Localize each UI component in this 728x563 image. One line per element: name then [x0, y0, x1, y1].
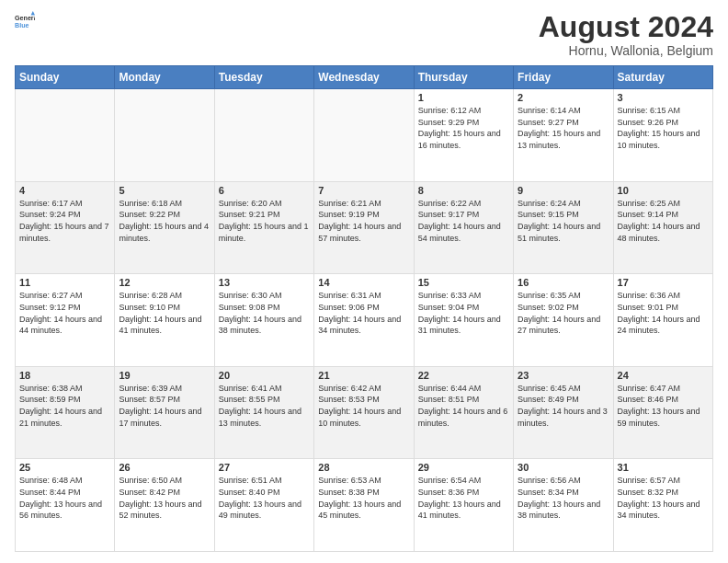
table-row	[115, 89, 214, 182]
day-number: 29	[418, 462, 509, 473]
table-row: 22Sunrise: 6:44 AM Sunset: 8:51 PM Dayli…	[414, 366, 513, 459]
day-info: Sunrise: 6:56 AM Sunset: 8:34 PM Dayligh…	[518, 475, 609, 521]
table-row: 19Sunrise: 6:39 AM Sunset: 8:57 PM Dayli…	[115, 366, 214, 459]
table-row: 1Sunrise: 6:12 AM Sunset: 9:29 PM Daylig…	[414, 89, 513, 182]
header: General Blue August 2024 Hornu, Wallonia…	[15, 11, 713, 58]
day-number: 19	[119, 370, 210, 381]
col-friday: Friday	[514, 66, 613, 89]
day-info: Sunrise: 6:50 AM Sunset: 8:42 PM Dayligh…	[119, 475, 210, 521]
col-thursday: Thursday	[414, 66, 513, 89]
table-row: 12Sunrise: 6:28 AM Sunset: 9:10 PM Dayli…	[115, 274, 214, 367]
day-info: Sunrise: 6:47 AM Sunset: 8:46 PM Dayligh…	[618, 383, 709, 429]
day-info: Sunrise: 6:36 AM Sunset: 9:01 PM Dayligh…	[618, 290, 709, 336]
calendar-week-5: 25Sunrise: 6:48 AM Sunset: 8:44 PM Dayli…	[16, 459, 713, 552]
table-row: 24Sunrise: 6:47 AM Sunset: 8:46 PM Dayli…	[613, 366, 712, 459]
col-wednesday: Wednesday	[314, 66, 414, 89]
table-row: 17Sunrise: 6:36 AM Sunset: 9:01 PM Dayli…	[613, 274, 712, 367]
day-number: 20	[219, 370, 310, 381]
day-number: 16	[518, 277, 609, 288]
table-row: 3Sunrise: 6:15 AM Sunset: 9:26 PM Daylig…	[613, 89, 712, 182]
col-saturday: Saturday	[613, 66, 712, 89]
day-info: Sunrise: 6:30 AM Sunset: 9:08 PM Dayligh…	[219, 290, 310, 336]
day-info: Sunrise: 6:17 AM Sunset: 9:24 PM Dayligh…	[19, 198, 110, 244]
day-info: Sunrise: 6:45 AM Sunset: 8:49 PM Dayligh…	[518, 383, 609, 429]
day-number: 21	[318, 370, 409, 381]
day-number: 15	[418, 277, 509, 288]
col-tuesday: Tuesday	[214, 66, 313, 89]
day-info: Sunrise: 6:35 AM Sunset: 9:02 PM Dayligh…	[518, 290, 609, 336]
day-number: 18	[19, 370, 110, 381]
day-number: 2	[518, 92, 609, 103]
day-number: 30	[518, 462, 609, 473]
day-number: 5	[119, 185, 210, 196]
day-info: Sunrise: 6:33 AM Sunset: 9:04 PM Dayligh…	[418, 290, 509, 336]
day-number: 25	[19, 462, 110, 473]
table-row: 16Sunrise: 6:35 AM Sunset: 9:02 PM Dayli…	[514, 274, 613, 367]
calendar-week-1: 1Sunrise: 6:12 AM Sunset: 9:29 PM Daylig…	[16, 89, 713, 182]
calendar-table: Sunday Monday Tuesday Wednesday Thursday…	[15, 65, 713, 552]
table-row: 14Sunrise: 6:31 AM Sunset: 9:06 PM Dayli…	[314, 274, 414, 367]
day-number: 26	[119, 462, 210, 473]
day-number: 31	[618, 462, 709, 473]
table-row: 7Sunrise: 6:21 AM Sunset: 9:19 PM Daylig…	[314, 181, 414, 274]
day-number: 3	[618, 92, 709, 103]
svg-marker-2	[31, 11, 35, 15]
table-row: 18Sunrise: 6:38 AM Sunset: 8:59 PM Dayli…	[16, 366, 115, 459]
day-info: Sunrise: 6:39 AM Sunset: 8:57 PM Dayligh…	[119, 383, 210, 429]
table-row: 4Sunrise: 6:17 AM Sunset: 9:24 PM Daylig…	[16, 181, 115, 274]
day-info: Sunrise: 6:28 AM Sunset: 9:10 PM Dayligh…	[119, 290, 210, 336]
day-number: 24	[618, 370, 709, 381]
table-row: 20Sunrise: 6:41 AM Sunset: 8:55 PM Dayli…	[214, 366, 313, 459]
day-info: Sunrise: 6:41 AM Sunset: 8:55 PM Dayligh…	[219, 383, 310, 429]
day-info: Sunrise: 6:12 AM Sunset: 9:29 PM Dayligh…	[418, 105, 509, 151]
table-row: 5Sunrise: 6:18 AM Sunset: 9:22 PM Daylig…	[115, 181, 214, 274]
table-row: 2Sunrise: 6:14 AM Sunset: 9:27 PM Daylig…	[514, 89, 613, 182]
day-info: Sunrise: 6:42 AM Sunset: 8:53 PM Dayligh…	[318, 383, 409, 429]
day-info: Sunrise: 6:18 AM Sunset: 9:22 PM Dayligh…	[119, 198, 210, 244]
table-row: 13Sunrise: 6:30 AM Sunset: 9:08 PM Dayli…	[214, 274, 313, 367]
header-row: Sunday Monday Tuesday Wednesday Thursday…	[16, 66, 713, 89]
table-row: 27Sunrise: 6:51 AM Sunset: 8:40 PM Dayli…	[214, 459, 313, 552]
table-row: 30Sunrise: 6:56 AM Sunset: 8:34 PM Dayli…	[514, 459, 613, 552]
day-info: Sunrise: 6:25 AM Sunset: 9:14 PM Dayligh…	[618, 198, 709, 244]
day-number: 13	[219, 277, 310, 288]
table-row: 28Sunrise: 6:53 AM Sunset: 8:38 PM Dayli…	[314, 459, 414, 552]
calendar-week-3: 11Sunrise: 6:27 AM Sunset: 9:12 PM Dayli…	[16, 274, 713, 367]
day-number: 7	[318, 185, 409, 196]
day-info: Sunrise: 6:53 AM Sunset: 8:38 PM Dayligh…	[318, 475, 409, 521]
calendar-week-4: 18Sunrise: 6:38 AM Sunset: 8:59 PM Dayli…	[16, 366, 713, 459]
calendar-subtitle: Hornu, Wallonia, Belgium	[539, 43, 713, 58]
day-number: 27	[219, 462, 310, 473]
svg-text:Blue: Blue	[15, 22, 29, 29]
day-number: 9	[518, 185, 609, 196]
day-info: Sunrise: 6:54 AM Sunset: 8:36 PM Dayligh…	[418, 475, 509, 521]
day-info: Sunrise: 6:20 AM Sunset: 9:21 PM Dayligh…	[219, 198, 310, 244]
table-row: 15Sunrise: 6:33 AM Sunset: 9:04 PM Dayli…	[414, 274, 513, 367]
day-number: 4	[19, 185, 110, 196]
day-info: Sunrise: 6:27 AM Sunset: 9:12 PM Dayligh…	[19, 290, 110, 336]
day-info: Sunrise: 6:38 AM Sunset: 8:59 PM Dayligh…	[19, 383, 110, 429]
logo: General Blue	[15, 11, 35, 31]
day-number: 1	[418, 92, 509, 103]
table-row: 8Sunrise: 6:22 AM Sunset: 9:17 PM Daylig…	[414, 181, 513, 274]
day-number: 6	[219, 185, 310, 196]
table-row: 6Sunrise: 6:20 AM Sunset: 9:21 PM Daylig…	[214, 181, 313, 274]
table-row: 10Sunrise: 6:25 AM Sunset: 9:14 PM Dayli…	[613, 181, 712, 274]
day-number: 11	[19, 277, 110, 288]
table-row: 31Sunrise: 6:57 AM Sunset: 8:32 PM Dayli…	[613, 459, 712, 552]
table-row	[314, 89, 414, 182]
day-number: 12	[119, 277, 210, 288]
day-info: Sunrise: 6:51 AM Sunset: 8:40 PM Dayligh…	[219, 475, 310, 521]
table-row	[16, 89, 115, 182]
title-block: August 2024 Hornu, Wallonia, Belgium	[539, 11, 713, 58]
table-row: 11Sunrise: 6:27 AM Sunset: 9:12 PM Dayli…	[16, 274, 115, 367]
day-info: Sunrise: 6:22 AM Sunset: 9:17 PM Dayligh…	[418, 198, 509, 244]
table-row: 25Sunrise: 6:48 AM Sunset: 8:44 PM Dayli…	[16, 459, 115, 552]
day-number: 10	[618, 185, 709, 196]
day-info: Sunrise: 6:48 AM Sunset: 8:44 PM Dayligh…	[19, 475, 110, 521]
day-info: Sunrise: 6:44 AM Sunset: 8:51 PM Dayligh…	[418, 383, 509, 429]
day-info: Sunrise: 6:24 AM Sunset: 9:15 PM Dayligh…	[518, 198, 609, 244]
table-row: 23Sunrise: 6:45 AM Sunset: 8:49 PM Dayli…	[514, 366, 613, 459]
day-number: 23	[518, 370, 609, 381]
day-info: Sunrise: 6:15 AM Sunset: 9:26 PM Dayligh…	[618, 105, 709, 151]
